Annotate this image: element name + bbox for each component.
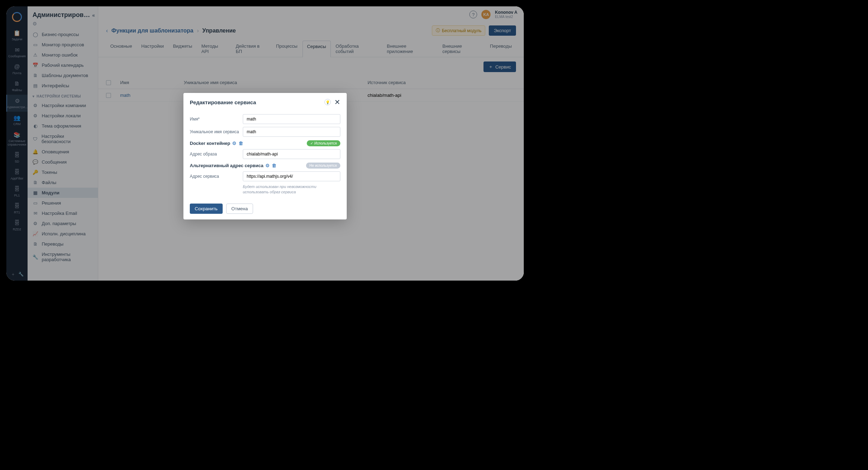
help-text: Будет использован при невозможности испо… <box>243 184 340 195</box>
gear-icon[interactable]: ⚙ <box>265 163 270 168</box>
used-badge: ✓ Используется <box>307 140 340 146</box>
edit-service-modal: Редактирование сервиса 💡 ✕ Имя* Уникальн… <box>183 93 347 219</box>
unused-badge: Не используется <box>306 163 340 169</box>
svc-input[interactable] <box>243 171 340 181</box>
hint-icon[interactable]: 💡 <box>324 99 331 105</box>
cancel-button[interactable]: Отмена <box>226 204 253 214</box>
modal-title: Редактирование сервиса <box>190 99 256 105</box>
unique-label: Уникальное имя сервиса <box>190 129 243 134</box>
name-input[interactable] <box>243 114 340 124</box>
close-icon[interactable]: ✕ <box>334 98 340 106</box>
svc-label: Адрес сервиса <box>190 174 243 179</box>
unique-input[interactable] <box>243 127 340 137</box>
name-label: Имя* <box>190 117 243 122</box>
trash-icon[interactable]: 🗑 <box>272 163 276 168</box>
image-label: Адрес образа <box>190 152 243 157</box>
image-input[interactable] <box>243 149 340 159</box>
docker-section-label: Docker контейнер <box>190 141 230 146</box>
save-button[interactable]: Сохранить <box>190 204 223 214</box>
check-icon: ✓ <box>310 141 313 145</box>
gear-icon[interactable]: ⚙ <box>232 141 236 146</box>
trash-icon[interactable]: 🗑 <box>239 141 243 146</box>
alt-section-label: Альтернативный адрес сервиса <box>190 163 263 168</box>
